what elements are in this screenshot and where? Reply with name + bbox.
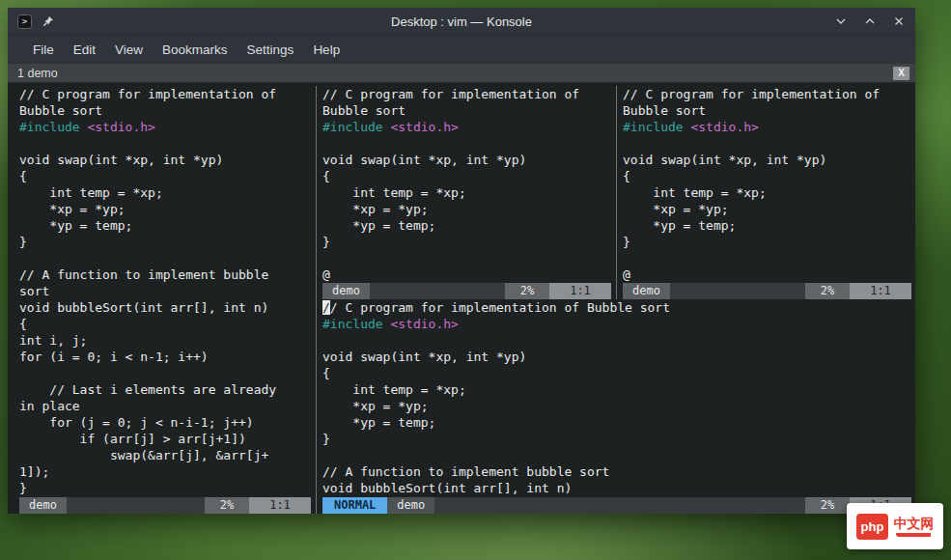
vim-pane-top-right[interactable]: // C program for implementation ofBubble…: [623, 86, 911, 299]
code-line: @: [322, 266, 611, 283]
php-logo-swoosh: [896, 533, 931, 537]
code-line: int i, j;: [19, 332, 311, 349]
code-line: if (arr[j] > arr[j+1]): [19, 431, 311, 447]
php-logo-badge: php: [856, 514, 889, 540]
vim-top-splits: // C program for implementation ofBubble…: [322, 86, 911, 299]
status-filename: demo: [387, 497, 434, 514]
code-line: *xp = *yp;: [19, 201, 311, 217]
code-line: [623, 135, 911, 152]
konsole-app-icon: >: [17, 14, 32, 29]
code-line: }: [322, 234, 611, 250]
code-line: void swap(int *xp, int *yp): [322, 152, 611, 168]
code-area-left: // C program for implementation ofBubble…: [19, 86, 311, 497]
menu-view[interactable]: View: [105, 39, 153, 61]
code-line: [322, 332, 911, 349]
vim-pane-left[interactable]: // C program for implementation ofBubble…: [19, 86, 311, 514]
code-line: *yp = temp;: [322, 414, 911, 431]
window-controls: [828, 14, 906, 28]
code-line: for (i = 0; i < n-1; i++): [19, 349, 311, 365]
code-line: int temp = *xp;: [322, 184, 611, 201]
pin-icon[interactable]: [42, 14, 55, 28]
status-percent: 2%: [805, 283, 850, 299]
maximize-button[interactable]: [863, 14, 877, 28]
status-position: 1:1: [549, 283, 611, 299]
titlebar[interactable]: > Desktop : vim — Konsole: [8, 8, 915, 35]
minimize-button[interactable]: [834, 14, 848, 28]
code-area-right: // C program for implementation ofBubble…: [623, 86, 911, 283]
status-percent: 2%: [205, 497, 249, 514]
status-filename: demo: [322, 283, 370, 299]
code-line: }: [322, 431, 911, 447]
code-line: [623, 250, 911, 266]
code-line: // A function to implement bubble: [19, 266, 311, 283]
status-filename: demo: [623, 283, 670, 299]
menu-help[interactable]: Help: [303, 39, 350, 61]
php-logo-text: 中文网: [893, 517, 934, 531]
tabbar: 1 demo X: [8, 64, 915, 83]
code-line: int temp = *xp;: [19, 184, 311, 201]
statusline-middle: demo 2% 1:1: [322, 283, 611, 299]
code-line: void swap(int *xp, int *yp): [19, 152, 311, 168]
titlebar-left: >: [17, 14, 95, 29]
code-line: Bubble sort: [623, 102, 911, 119]
code-line: #include <stdio.h>: [19, 119, 311, 135]
code-line: // Last i elements are already: [19, 381, 311, 398]
code-line: [19, 250, 311, 266]
php-logo-text-wrap: 中文网: [893, 517, 934, 537]
close-button[interactable]: [892, 14, 906, 28]
tab-demo[interactable]: 1 demo: [17, 67, 58, 80]
menu-edit[interactable]: Edit: [64, 39, 105, 61]
code-line: {: [19, 316, 311, 332]
code-line: // C program for implementation of: [623, 86, 911, 102]
code-line: }: [19, 234, 311, 250]
status-filler: [434, 497, 805, 514]
code-line: // C program for implementation of: [19, 86, 311, 102]
menu-file[interactable]: File: [23, 39, 64, 61]
code-line: *yp = temp;: [623, 217, 911, 234]
code-line: }: [623, 234, 911, 250]
code-line: [322, 250, 611, 266]
vertical-split-separator[interactable]: [611, 86, 623, 299]
statusline-active: NORMAL demo 2% 1:1: [322, 497, 911, 514]
vim-pane-bottom[interactable]: // C program for implementation of Bubbl…: [322, 299, 911, 497]
menu-bookmarks[interactable]: Bookmarks: [153, 39, 238, 61]
vim-mode-indicator: NORMAL: [322, 497, 387, 514]
code-line: *xp = *yp;: [322, 398, 911, 414]
code-line: // C program for implementation of: [322, 86, 611, 102]
code-line: int temp = *xp;: [623, 184, 911, 201]
tab-close-button[interactable]: X: [893, 67, 909, 80]
code-line: in place: [19, 398, 311, 414]
code-line: {: [322, 168, 611, 184]
code-line: swap(&arr[j], &arr[j+: [19, 447, 311, 463]
status-filler: [370, 283, 505, 299]
terminal-vim[interactable]: // C program for implementation ofBubble…: [8, 83, 915, 514]
code-line: *yp = temp;: [19, 217, 311, 234]
code-line: // A function to implement bubble sort: [322, 463, 911, 480]
status-percent: 2%: [505, 283, 549, 299]
php-watermark: php 中文网: [847, 503, 943, 549]
status-position: 1:1: [850, 283, 911, 299]
code-line: void swap(int *xp, int *yp): [322, 349, 911, 365]
code-line: #include <stdio.h>: [623, 119, 911, 135]
menu-settings[interactable]: Settings: [238, 39, 304, 61]
vim-pane-top-middle[interactable]: // C program for implementation ofBubble…: [322, 86, 611, 299]
statusline-right: demo 2% 1:1: [623, 283, 911, 299]
code-line: {: [19, 168, 311, 184]
vim-right-region: // C program for implementation ofBubble…: [322, 86, 911, 514]
code-line: }: [19, 480, 311, 496]
code-area-middle: // C program for implementation ofBubble…: [322, 86, 611, 283]
code-line: [322, 135, 611, 152]
menubar: File Edit View Bookmarks Settings Help: [8, 35, 915, 64]
code-line: Bubble sort: [322, 102, 611, 119]
status-filename: demo: [19, 497, 67, 514]
code-line: @: [623, 266, 911, 283]
code-line: void bubbleSort(int arr[], int n): [322, 480, 911, 496]
code-line: *yp = temp;: [322, 217, 611, 234]
code-line: void swap(int *xp, int *yp): [623, 152, 911, 168]
code-line: int temp = *xp;: [322, 381, 911, 398]
desktop-background: > Desktop : vim — Konsole: [0, 0, 951, 560]
code-line: #include <stdio.h>: [322, 316, 911, 332]
code-line: sort: [19, 283, 311, 299]
vertical-split-separator[interactable]: [311, 86, 322, 514]
code-line: for (j = 0; j < n-i-1; j++): [19, 414, 311, 431]
